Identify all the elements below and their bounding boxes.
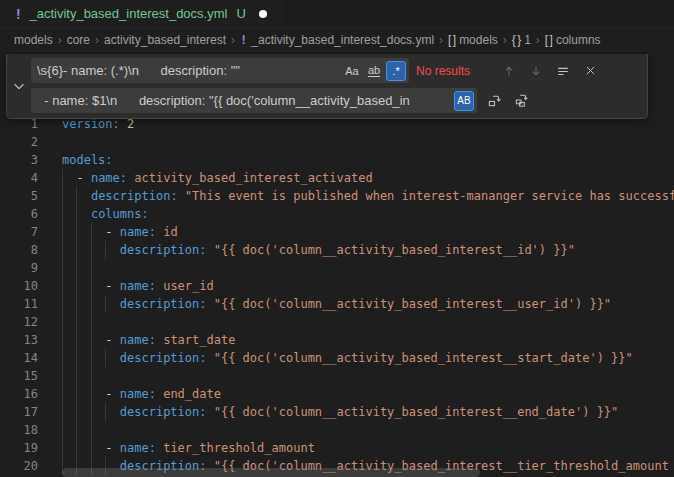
code-token: name:	[91, 171, 127, 185]
code-line[interactable]: 19 - name: tier_threshold_amount	[0, 439, 674, 457]
code-line[interactable]: 18	[0, 421, 674, 439]
close-button[interactable]	[580, 61, 600, 81]
code-line[interactable]: 15	[0, 367, 674, 385]
code-line[interactable]: 11 description: "{{ doc('column__activit…	[0, 295, 674, 313]
code-line-content	[62, 259, 674, 277]
regex-toggle[interactable]: .*	[386, 61, 406, 81]
replace-button[interactable]	[484, 91, 504, 111]
horizontal-scrollbar[interactable]	[62, 468, 480, 477]
code-line[interactable]: 13 - name: start_date	[0, 331, 674, 349]
code-line[interactable]: 12	[0, 313, 674, 331]
code-line[interactable]: 8 description: "{{ doc('column__activity…	[0, 241, 674, 259]
indent-guide	[91, 313, 92, 331]
code-line-content	[62, 133, 674, 151]
match-case-toggle[interactable]: Aa	[342, 61, 362, 81]
code-line[interactable]: 10 - name: user_id	[0, 277, 674, 295]
code-token	[62, 279, 105, 293]
indent-guide	[62, 223, 63, 241]
breadcrumb-item[interactable]: [ ]models	[448, 33, 498, 47]
indent-guide	[62, 187, 63, 205]
code-line-content: - name: id	[62, 223, 674, 241]
indent-guide	[76, 331, 77, 349]
breadcrumb-item[interactable]: models	[14, 33, 53, 47]
line-number: 14	[0, 349, 38, 367]
indent-guide	[62, 385, 63, 403]
indent-guide	[76, 277, 77, 295]
breadcrumb-separator-icon: ›	[95, 33, 99, 47]
indent-guide	[91, 241, 92, 259]
code-line[interactable]: 16 - name: end_date	[0, 385, 674, 403]
breadcrumb-item[interactable]: !_activity_based_interest_docs.yml	[240, 33, 434, 47]
preserve-case-toggle[interactable]: AB	[454, 91, 474, 111]
code-line[interactable]: 4 - name: activity_based_interest_activa…	[0, 169, 674, 187]
yaml-file-icon: !	[240, 33, 247, 47]
replace-icon	[487, 93, 502, 108]
code-line-content	[62, 421, 674, 439]
line-number: 2	[0, 133, 38, 151]
code-line[interactable]: 7 - name: id	[0, 223, 674, 241]
indent-guide	[62, 403, 63, 421]
chevron-down-icon	[12, 79, 26, 93]
code-token: tier_threshold_amount	[156, 441, 315, 455]
code-token: activity_based_interest_activated	[127, 171, 373, 185]
find-input-value[interactable]: \s{6}- name: (.*)\n description: ""	[37, 63, 340, 78]
code-line[interactable]: 17 description: "{{ doc('column__activit…	[0, 403, 674, 421]
next-match-button[interactable]	[526, 61, 546, 81]
editor-pane[interactable]: 1version: 223models:4 - name: activity_b…	[0, 52, 674, 477]
modified-dot-icon[interactable]	[259, 10, 267, 18]
indent-guide	[62, 439, 63, 457]
indent-guide	[76, 349, 77, 367]
code-line[interactable]: 5 description: "This event is published …	[0, 187, 674, 205]
indent-guide	[62, 169, 63, 187]
indent-guide	[76, 403, 77, 421]
code-line[interactable]: 6 columns:	[0, 205, 674, 223]
indent-guide	[62, 313, 63, 331]
code-line-content: - name: start_date	[62, 331, 674, 349]
code-token: start_date	[156, 333, 235, 347]
indent-guide	[91, 367, 92, 385]
indent-guide	[76, 295, 77, 313]
breadcrumb-item[interactable]: activity_based_interest	[104, 33, 226, 47]
replace-all-button[interactable]	[511, 91, 531, 111]
replace-all-icon	[514, 93, 529, 108]
indent-guide	[105, 403, 106, 421]
line-number: 3	[0, 151, 38, 169]
code-line[interactable]: 9	[0, 259, 674, 277]
breadcrumb-item[interactable]: [ ]columns	[545, 33, 601, 47]
code-token: models:	[62, 153, 113, 167]
code-line[interactable]: 14 description: "{{ doc('column__activit…	[0, 349, 674, 367]
indent-guide	[76, 421, 77, 439]
find-input[interactable]: \s{6}- name: (.*)\n description: "" Aa a…	[31, 58, 409, 83]
code-line[interactable]: 3models:	[0, 151, 674, 169]
code-token: end_date	[156, 387, 221, 401]
object-symbol-icon: { }	[512, 33, 520, 47]
breadcrumb-item[interactable]: core	[67, 33, 90, 47]
code-line-content	[62, 367, 674, 385]
tab-active-file[interactable]: ! _activity_based_interest_docs.yml U	[0, 0, 283, 27]
indent-guide	[76, 367, 77, 385]
breadcrumb-item[interactable]: { }1	[512, 33, 531, 47]
indent-guide	[76, 313, 77, 331]
code-token	[62, 171, 76, 185]
indent-guide	[76, 223, 77, 241]
code-line[interactable]: 2	[0, 133, 674, 151]
replace-input-value[interactable]: - name: $1\n description: "{{ doc('colum…	[37, 93, 452, 108]
line-number: 4	[0, 169, 38, 187]
code-token: name:	[120, 279, 156, 293]
indent-guide	[62, 367, 63, 385]
code-token: name:	[120, 225, 156, 239]
whole-word-toggle[interactable]: ab	[364, 61, 384, 81]
arrow-up-icon	[502, 64, 516, 78]
code-token: description:	[91, 189, 178, 203]
replace-input[interactable]: - name: $1\n description: "{{ doc('colum…	[31, 88, 477, 113]
breadcrumb-label: columns	[556, 33, 601, 47]
indent-guide	[62, 277, 63, 295]
find-in-selection-button[interactable]	[553, 61, 573, 81]
code-line-content: - name: activity_based_interest_activate…	[62, 169, 674, 187]
previous-match-button[interactable]	[499, 61, 519, 81]
code-token: "{{ doc('column__activity_based_interest…	[207, 297, 612, 311]
code-token: version:	[62, 117, 120, 131]
line-number: 10	[0, 277, 38, 295]
toggle-replace-chevron[interactable]	[7, 58, 31, 113]
breadcrumb-separator-icon: ›	[231, 33, 235, 47]
